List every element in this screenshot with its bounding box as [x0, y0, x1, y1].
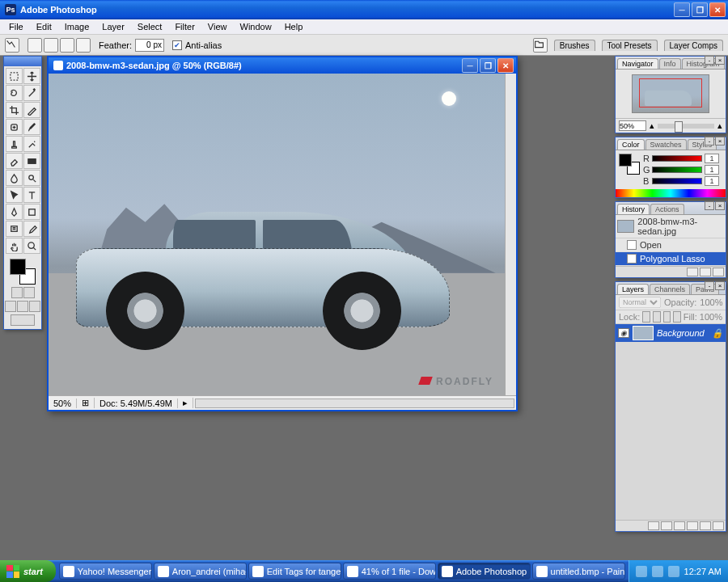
- toolbox-panel[interactable]: [3, 56, 42, 330]
- r-value[interactable]: 1: [705, 154, 719, 163]
- layer-empty-area[interactable]: [616, 342, 726, 520]
- eraser-tool[interactable]: [6, 153, 23, 169]
- color-swatch-pair[interactable]: [619, 154, 640, 175]
- anti-alias-control[interactable]: ✔ Anti-alias: [172, 40, 222, 50]
- tab-channels[interactable]: Channels: [650, 284, 690, 294]
- doc-minimize-button[interactable]: ─: [462, 58, 478, 73]
- tab-actions[interactable]: Actions: [650, 204, 684, 214]
- dodge-tool[interactable]: [23, 170, 40, 186]
- screen-mode-2[interactable]: [17, 301, 28, 312]
- task-photoshop[interactable]: Adobe Photoshop: [438, 563, 531, 580]
- clone-stamp-tool[interactable]: [6, 136, 23, 152]
- blur-tool[interactable]: [6, 170, 23, 186]
- doc-size-display[interactable]: Doc: 5.49M/5.49M: [95, 399, 178, 408]
- history-panel[interactable]: History Actions -× 2008-bmw-m3-sedan.jpg…: [615, 201, 726, 278]
- tray-icon-3[interactable]: [668, 566, 679, 577]
- panel-minimize[interactable]: -: [705, 56, 714, 65]
- menu-file[interactable]: File: [3, 20, 29, 33]
- selection-intersect[interactable]: [76, 38, 91, 53]
- selection-add[interactable]: [44, 38, 58, 53]
- history-item-open[interactable]: Open: [616, 238, 726, 252]
- task-paint[interactable]: untitled.bmp - Paint: [532, 563, 625, 580]
- document-window[interactable]: 2008-bmw-m3-sedan.jpg @ 50% (RGB/8#) ─ ❐…: [47, 56, 518, 411]
- layers-panel[interactable]: Layers Channels Paths -× Normal Opacity:…: [615, 281, 726, 532]
- system-tray[interactable]: 12:27 AM: [629, 560, 728, 582]
- lock-position[interactable]: [663, 311, 671, 323]
- panel-close[interactable]: ×: [715, 137, 725, 146]
- toolbox-header[interactable]: [4, 57, 41, 66]
- tab-info[interactable]: Info: [659, 58, 681, 69]
- tab-brushes[interactable]: Brushes: [554, 40, 595, 51]
- rect-marquee-tool[interactable]: [6, 68, 23, 84]
- tab-color[interactable]: Color: [617, 139, 645, 150]
- menu-edit[interactable]: Edit: [31, 20, 57, 33]
- layer-thumbnail[interactable]: [633, 326, 654, 340]
- navigator-zoom-input[interactable]: [619, 120, 646, 131]
- doc-info-menu[interactable]: ▸: [178, 398, 193, 408]
- eyedropper-tool[interactable]: [23, 221, 40, 237]
- navigator-thumbnail[interactable]: [632, 74, 709, 113]
- file-browser-button[interactable]: [533, 38, 548, 53]
- doc-maximize-button[interactable]: ❐: [480, 58, 496, 73]
- healing-brush-tool[interactable]: [6, 119, 23, 135]
- new-set-button[interactable]: [674, 521, 685, 530]
- notes-tool[interactable]: [6, 221, 23, 237]
- panel-minimize[interactable]: -: [705, 201, 714, 210]
- task-yahoo[interactable]: Yahoo! Messenger: [59, 563, 152, 580]
- path-select-tool[interactable]: [6, 187, 23, 203]
- document-titlebar[interactable]: 2008-bmw-m3-sedan.jpg @ 50% (RGB/8#) ─ ❐…: [49, 57, 516, 74]
- lasso-tool[interactable]: [6, 85, 23, 101]
- task-download[interactable]: 41% of 1 file - Downl…: [343, 563, 436, 580]
- menu-filter[interactable]: Filter: [169, 20, 200, 33]
- zoom-display[interactable]: 50%: [49, 399, 77, 408]
- g-slider[interactable]: [652, 167, 702, 173]
- new-snapshot[interactable]: [700, 268, 711, 276]
- magic-wand-tool[interactable]: [23, 85, 40, 101]
- fg-bg-swatch[interactable]: [10, 259, 36, 285]
- blend-mode-select[interactable]: Normal: [619, 297, 661, 308]
- shape-tool[interactable]: [23, 204, 40, 220]
- clock[interactable]: 12:27 AM: [684, 567, 722, 576]
- foreground-color-swatch[interactable]: [10, 259, 26, 275]
- tab-layer-comps[interactable]: Layer Comps: [664, 40, 723, 51]
- tab-tool-presets[interactable]: Tool Presets: [602, 40, 658, 51]
- lock-pixels[interactable]: [653, 311, 661, 323]
- screen-mode-1[interactable]: [5, 301, 16, 312]
- lock-transparency[interactable]: [642, 311, 650, 323]
- panel-minimize[interactable]: -: [705, 281, 714, 290]
- slice-tool[interactable]: [23, 102, 40, 118]
- zoom-tool[interactable]: [23, 238, 40, 254]
- brush-tool[interactable]: [23, 119, 40, 135]
- standard-mode-toggle[interactable]: [23, 287, 35, 298]
- panel-close[interactable]: ×: [715, 201, 725, 210]
- color-spectrum-bar[interactable]: [616, 189, 726, 197]
- layer-style-button[interactable]: [648, 521, 659, 530]
- panel-close[interactable]: ×: [715, 56, 725, 65]
- menu-view[interactable]: View: [202, 20, 233, 33]
- tab-history[interactable]: History: [617, 204, 650, 214]
- navigator-panel[interactable]: Navigator Info Histogram -× ▴ ▴: [615, 56, 726, 133]
- tab-swatches[interactable]: Swatches: [645, 139, 687, 150]
- tab-navigator[interactable]: Navigator: [617, 58, 658, 69]
- tool-preset-picker[interactable]: [5, 38, 19, 53]
- menu-window[interactable]: Window: [235, 20, 277, 33]
- delete-layer-button[interactable]: [713, 521, 724, 530]
- color-panel[interactable]: Color Swatches Styles -× R1 G1 B1: [615, 137, 726, 198]
- task-firefox-tags[interactable]: Edit Tags for tangent…: [248, 563, 341, 580]
- doc-info-icon[interactable]: ⊞: [77, 398, 95, 408]
- panel-minimize[interactable]: -: [705, 137, 714, 146]
- history-brush-tool[interactable]: [23, 136, 40, 152]
- start-button[interactable]: start: [0, 560, 56, 582]
- tray-icon-1[interactable]: [636, 566, 647, 577]
- selection-subtract[interactable]: [60, 38, 74, 53]
- task-aron[interactable]: Aron_andrei (mihaela…: [154, 563, 247, 580]
- gradient-tool[interactable]: [23, 153, 40, 169]
- horizontal-scrollbar[interactable]: [195, 399, 514, 408]
- fill-value[interactable]: 100%: [700, 312, 722, 322]
- lock-all[interactable]: [673, 311, 681, 323]
- type-tool[interactable]: [23, 187, 40, 203]
- vertical-scrollbar[interactable]: [505, 74, 516, 395]
- menu-layer[interactable]: Layer: [96, 20, 130, 33]
- new-doc-from-state[interactable]: [687, 268, 698, 276]
- visibility-toggle[interactable]: ◉: [618, 328, 629, 338]
